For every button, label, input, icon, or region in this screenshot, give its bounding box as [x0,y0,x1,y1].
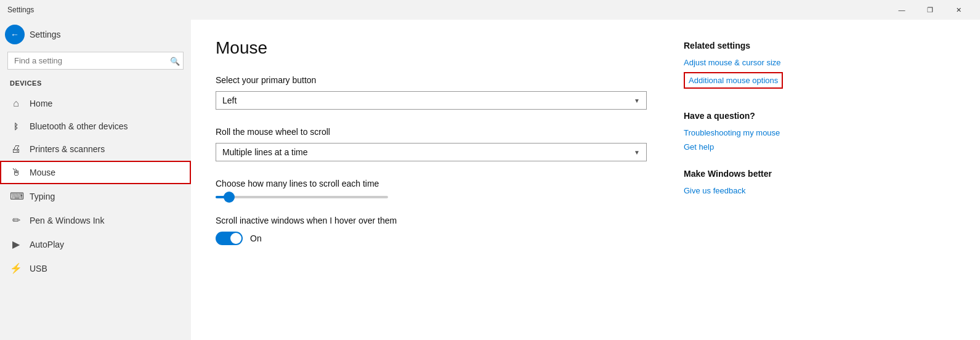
lines-group: Choose how many lines to scroll each tim… [216,179,647,198]
question-section: Have a question? Troubleshooting my mous… [684,111,819,152]
windows-better-title: Make Windows better [684,169,819,179]
slider-thumb[interactable] [224,192,235,203]
sidebar-item-pen[interactable]: ✏ Pen & Windows Ink [0,208,191,232]
page-title: Mouse [216,38,647,58]
mouse-icon: 🖱 [10,167,22,178]
primary-button-value: Left [222,95,237,105]
sidebar-item-usb[interactable]: ⚡ USB [0,256,191,280]
sidebar-item-label-pen: Pen & Windows Ink [30,216,104,225]
home-icon: ⌂ [10,98,22,109]
pen-icon: ✏ [10,214,22,226]
sidebar-item-label-typing: Typing [30,192,55,201]
give-feedback-link[interactable]: Give us feedback [684,186,819,195]
sidebar-item-label-usb: USB [30,264,47,273]
related-settings-title: Related settings [684,41,819,51]
search-icon[interactable]: 🔍 [170,56,180,65]
close-button[interactable]: ✕ [944,0,973,20]
chevron-down-icon-2: ▼ [634,149,640,156]
back-button[interactable]: ← [5,25,25,44]
get-help-link[interactable]: Get help [684,142,819,152]
inactive-scroll-toggle[interactable] [216,232,243,245]
toggle-knob [230,233,241,244]
app-body: ← Settings 🔍 Devices ⌂ Home ᛒ Bluetooth … [0,20,980,340]
sidebar-item-printers[interactable]: 🖨 Printers & scanners [0,137,191,161]
titlebar: Settings — ❐ ✕ [0,0,980,20]
sidebar-item-bluetooth[interactable]: ᛒ Bluetooth & other devices [0,115,191,137]
toggle-state-label: On [250,233,262,243]
main-content: Mouse Select your primary button Left ▼ … [216,38,647,322]
scroll-value: Multiple lines at a time [222,147,308,157]
sidebar-item-mouse[interactable]: 🖱 Mouse [0,161,191,184]
scroll-group: Roll the mouse wheel to scroll Multiple … [216,127,647,161]
usb-icon: ⚡ [10,262,22,274]
search-input[interactable] [7,52,184,70]
toggle-row: On [216,232,647,245]
sidebar-item-label-bluetooth: Bluetooth & other devices [30,121,128,131]
printer-icon: 🖨 [10,144,22,155]
window-controls: — ❐ ✕ [888,0,973,20]
typing-icon: ⌨ [10,190,22,202]
sidebar-item-label-printers: Printers & scanners [30,144,105,154]
sidebar-header: ← Settings [0,20,191,49]
content-area: Mouse Select your primary button Left ▼ … [191,20,980,340]
scroll-dropdown[interactable]: Multiple lines at a time ▼ [216,143,647,161]
have-question-title: Have a question? [684,111,819,121]
lines-label: Choose how many lines to scroll each tim… [216,179,647,188]
sidebar-item-label-home: Home [30,99,52,108]
primary-button-dropdown[interactable]: Left ▼ [216,91,647,110]
sidebar-item-home[interactable]: ⌂ Home [0,92,191,115]
primary-button-group: Select your primary button Left ▼ [216,75,647,110]
restore-button[interactable]: ❐ [916,0,944,20]
adjust-cursor-link[interactable]: Adjust mouse & cursor size [684,58,819,67]
sidebar-section-title: Devices [0,77,191,92]
troubleshoot-link[interactable]: Troubleshooting my mouse [684,128,819,137]
inactive-scroll-label: Scroll inactive windows when I hover ove… [216,216,647,225]
right-panel: Related settings Adjust mouse & cursor s… [684,38,819,322]
sidebar-item-label-autoplay: AutoPlay [30,240,64,249]
sidebar-app-title: Settings [30,30,61,39]
sidebar-item-typing[interactable]: ⌨ Typing [0,184,191,208]
minimize-button[interactable]: — [888,0,916,20]
scroll-label: Roll the mouse wheel to scroll [216,127,647,137]
search-box: 🔍 [7,52,184,70]
app-title: Settings [7,6,888,14]
additional-mouse-link[interactable]: Additional mouse options [684,72,783,89]
lines-slider-container [216,196,647,198]
bluetooth-icon: ᛒ [10,122,22,131]
inactive-scroll-group: Scroll inactive windows when I hover ove… [216,216,647,245]
autoplay-icon: ▶ [10,238,22,250]
chevron-down-icon: ▼ [634,97,640,104]
sidebar-item-autoplay[interactable]: ▶ AutoPlay [0,232,191,256]
sidebar-item-label-mouse: Mouse [30,168,55,177]
slider-track [216,196,388,198]
sidebar: ← Settings 🔍 Devices ⌂ Home ᛒ Bluetooth … [0,20,191,340]
windows-better-section: Make Windows better Give us feedback [684,169,819,195]
primary-button-label: Select your primary button [216,75,647,85]
